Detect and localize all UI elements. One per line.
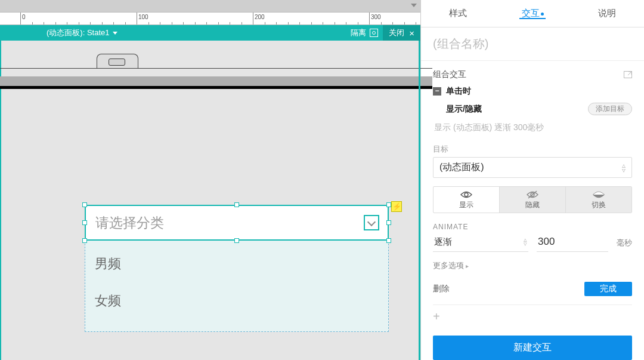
resize-handle[interactable] xyxy=(234,238,239,243)
dropdown-option[interactable]: 男频 xyxy=(95,245,379,282)
close-icon: × xyxy=(409,28,414,38)
resize-handle[interactable] xyxy=(386,238,391,243)
resize-handle[interactable] xyxy=(82,202,87,207)
resize-handle[interactable] xyxy=(82,238,87,243)
widget-name-input[interactable]: (组合名称) xyxy=(421,27,644,61)
isolate-icon xyxy=(370,29,378,37)
event-label: 单击时 xyxy=(446,86,471,97)
action-row[interactable]: 显示/隐藏 添加目标 xyxy=(433,100,632,118)
eye-toggle-icon xyxy=(593,190,605,199)
popout-icon[interactable] xyxy=(624,71,632,78)
interaction-indicator-icon[interactable]: ⚡ xyxy=(391,201,402,212)
browser-address-bar xyxy=(0,76,432,86)
select-stepper-icon: ▵▿ xyxy=(622,163,626,173)
target-select[interactable]: (动态面板) ▵▿ xyxy=(433,157,632,178)
new-interaction-button[interactable]: 新建交互 xyxy=(433,336,632,360)
select-stepper-icon: ▵▿ xyxy=(524,238,527,246)
animation-type-select[interactable]: 逐渐 ▵▿ xyxy=(433,234,528,252)
action-label: 显示/隐藏 xyxy=(446,104,482,115)
dropdown-options-panel[interactable]: 男频 女频 xyxy=(85,241,389,332)
section-title: 组合交互 xyxy=(433,69,466,80)
ruler-label: 100 xyxy=(138,14,148,20)
target-label: 目标 xyxy=(433,141,632,157)
ruler-label: 300 xyxy=(371,14,381,20)
resize-handle[interactable] xyxy=(386,220,391,225)
target-value: (动态面板) xyxy=(439,161,484,174)
dynamic-panel-state-bar: (动态面板): State1 隔离 关闭 × xyxy=(0,25,420,41)
animation-duration-input[interactable]: 300 xyxy=(537,233,608,252)
visibility-toggle-button[interactable]: 切换 xyxy=(566,187,631,213)
resize-handle[interactable] xyxy=(234,202,239,207)
tab-notes[interactable]: 说明 xyxy=(569,8,644,19)
tab-style[interactable]: 样式 xyxy=(421,8,496,19)
tab-interaction[interactable]: 交互 xyxy=(496,8,570,19)
animation-duration-unit: 毫秒 xyxy=(617,238,632,248)
svg-point-1 xyxy=(465,193,468,196)
eye-icon xyxy=(460,190,472,199)
eye-off-icon xyxy=(527,190,538,199)
dropdown-widget-group[interactable]: 请选择分类 ⚡ 男频 女频 xyxy=(85,205,395,332)
add-target-button[interactable]: 添加目标 xyxy=(588,103,632,115)
ruler-label: 0 xyxy=(22,14,26,20)
canvas-body[interactable]: 请选择分类 ⚡ 男频 女频 xyxy=(0,41,420,360)
action-summary: 显示 (动态面板) 逐渐 300毫秒 xyxy=(433,118,632,141)
resize-handle[interactable] xyxy=(82,220,87,225)
visibility-toggle-label: 切换 xyxy=(592,201,606,209)
toolbar-strip xyxy=(0,0,420,12)
close-label: 关闭 xyxy=(389,27,404,38)
event-row[interactable]: − 单击时 xyxy=(433,85,632,100)
tab-active-dot-icon xyxy=(541,13,544,16)
visibility-toggle-group: 显示 隐藏 切换 xyxy=(433,186,632,213)
visibility-show-button[interactable]: 显示 xyxy=(434,187,500,213)
dropdown-option[interactable]: 女频 xyxy=(95,282,379,319)
add-action-button[interactable]: + xyxy=(421,305,644,332)
animate-section-label: ANIMATE xyxy=(433,216,632,233)
resize-handle[interactable] xyxy=(386,202,391,207)
visibility-hide-label: 隐藏 xyxy=(525,201,540,209)
browser-tab-pill xyxy=(109,59,125,66)
visibility-show-label: 显示 xyxy=(459,201,473,209)
done-button[interactable]: 完成 xyxy=(584,282,632,296)
animation-type-value: 逐渐 xyxy=(434,236,452,248)
delete-action-button[interactable]: 删除 xyxy=(433,284,450,294)
tab-interaction-label: 交互 xyxy=(522,8,540,18)
panel-state-title[interactable]: (动态面板): State1 xyxy=(0,27,117,38)
close-panel-button[interactable]: 关闭 × xyxy=(383,25,420,41)
collapse-icon[interactable]: − xyxy=(433,87,441,96)
visibility-hide-button[interactable]: 隐藏 xyxy=(500,187,566,213)
isolate-label: 隔离 xyxy=(351,27,366,38)
selection-handles: ⚡ xyxy=(85,205,389,241)
inspector-panel: 样式 交互 说明 (组合名称) 组合交互 − 单击时 显示/隐藏 添加目标 显示… xyxy=(420,0,644,360)
canvas-area: 0100200300 (动态面板): State1 隔离 关闭 × xyxy=(0,0,420,360)
isolate-button[interactable]: 隔离 xyxy=(346,27,383,38)
more-options-toggle[interactable]: 更多选项 xyxy=(433,252,632,276)
inspector-tabs: 样式 交互 说明 xyxy=(421,0,644,27)
horizontal-ruler: 0100200300 xyxy=(0,12,420,25)
ruler-label: 200 xyxy=(255,14,265,20)
